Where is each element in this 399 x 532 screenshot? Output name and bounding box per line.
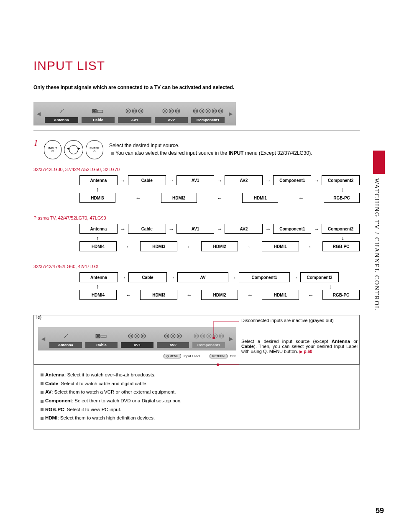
example-label: ie) [36,315,41,320]
arrow-down-icon: ↓ [341,186,344,193]
cable-icon: ◙▭ [85,330,118,342]
list-item: RGB-PC: Select it to view PC input. [41,405,353,414]
flow-box: HDMI4 [79,290,117,300]
component-icon: ⊚⊚⊚⊚⊚ [191,105,225,117]
arrow-left-icon: ← [240,243,259,250]
page-title: INPUT LIST [33,59,360,73]
input-bar: ◀ ⟋ Antenna ◙▭ Cable ⊚⊚⊚ AV1 ⊚⊚⊚ AV2 ⊚⊚⊚… [38,327,236,350]
step-row: 1 INPUT ⊡ ENTER ⊙ Select the desired inp… [33,140,360,159]
antenna-icon: ⟋ [45,105,78,117]
arrow-left-icon: ← [119,243,138,250]
arrow-right-icon: → [314,177,319,184]
return-label: Exit [230,354,235,358]
flow-box: HDMI2 [201,241,238,251]
step-number: 1 [33,138,38,148]
flow-box: RGB-PC [324,193,360,203]
qmenu-button: Q.MENU [164,354,181,358]
input-label: AV1 [118,117,151,123]
scroll-left-icon: ◀ [41,336,46,342]
flow-box: HDMI4 [79,241,117,251]
flow-box: RGB-PC [322,241,360,251]
av-icon: ⊚⊚⊚ [118,105,151,117]
flow-box: Component1 [239,272,290,282]
arrow-right-icon: → [169,226,174,232]
flow-box: HDMI1 [242,193,278,203]
input-item: ⊚⊚⊚ AV2 [155,105,188,123]
bullet-icon [41,417,43,420]
description-list: Antenna: Select it to watch over-the-air… [33,365,360,430]
callout-text: Disconnected inputs are inactive (grayed… [241,318,358,323]
flow-box: AV2 [225,175,263,185]
input-bar: ◀ ⟋ Antenna ◙▭ Cable ⊚⊚⊚ AV1 ⊚⊚⊚ AV2 ⊚⊚⊚… [33,102,236,125]
flow-box: HDMI2 [201,290,238,300]
input-item: ◙▭ Cable [82,105,115,123]
bullet-icon [41,400,43,403]
av-icon: ⊚⊚⊚ [121,330,153,342]
remote-dpad [64,140,83,159]
section-color-bar [373,151,385,174]
input-item: ◙▭ Cable [85,330,118,348]
flow-diagram: Antenna→ Cable→ AV1→ AV2→ Component1→ Co… [33,175,360,208]
arrow-right-icon: → [120,177,125,184]
flow-box: Cable [128,175,166,185]
legend-buttons: Q.MENU Input Label RETURN Exit [164,354,355,358]
remote-enter-button: ENTER ⊙ [86,140,103,159]
arrow-right-icon: → [265,226,271,232]
step-text: Select the desired input source. You can… [109,140,312,157]
flow-box: Component2 [322,175,360,185]
arrow-right-icon: → [120,226,125,232]
input-item: ⊚⊚⊚ AV1 [121,330,153,348]
av-icon: ⊚⊚⊚ [157,330,189,342]
side-tab: WATCHING TV / CHANNEL CONTROL [373,151,385,311]
arrow-left-icon: ← [240,292,259,298]
intro-text: Only these input signals which are conne… [33,84,360,90]
input-label: Antenna [49,342,82,348]
arrow-left-icon: ← [180,292,198,298]
arrow-right-icon: → [169,177,174,184]
scroll-right-icon: ▶ [228,336,234,342]
flow-box: HDMI1 [262,241,299,251]
model-heading: 32/37/42LG30, 37/42/47/52LG50, 32LG70 [33,167,360,172]
flow-box: Component1 [273,224,311,234]
cable-icon: ◙▭ [82,105,115,117]
input-label: Cable [85,342,118,348]
flow-box: AV2 [225,224,263,234]
qmenu-label: Input Label [184,354,200,358]
flow-box: AV1 [176,175,215,185]
arrow-down-icon: ↓ [329,283,332,290]
scroll-left-icon: ◀ [36,111,41,117]
input-label: AV2 [157,342,189,348]
flow-box: Component2 [300,272,339,282]
page-number: 59 [376,506,384,515]
callout-text: Select a desired input source (except An… [241,339,358,354]
arrow-left-icon: ← [119,292,138,298]
list-item: HDMI: Select them to watch high definiti… [41,414,353,422]
flow-box: Antenna [79,272,118,282]
step-note: You can also select the desired input so… [109,149,312,157]
flow-box: Cable [128,224,166,234]
flow-box: Component2 [322,224,360,234]
arrow-left-icon: ← [118,195,159,201]
input-label: Cable [82,117,115,123]
scroll-right-icon: ▶ [228,111,233,117]
arrow-left-icon: ← [302,243,320,250]
step-line: Select the desired input source. [109,142,312,149]
arrow-right-icon: → [217,226,222,232]
antenna-icon: ⟋ [49,330,82,342]
remote-input-button: INPUT ⊡ [44,140,61,159]
input-label: Component1 [192,342,225,348]
flow-box: Antenna [79,224,118,234]
av-icon: ⊚⊚⊚ [155,105,188,117]
flow-box: HDMI3 [79,193,115,203]
input-item-inactive: ⊚⊚⊚⊚⊚ Component1 [192,330,225,348]
input-item: ⊚⊚⊚ AV2 [157,330,189,348]
flow-box: Antenna [79,175,118,185]
list-item: AV: Select them to watch a VCR or other … [41,388,353,396]
bullet-icon [41,373,43,376]
arrow-right-icon: → [217,177,222,184]
flow-box: Component1 [273,175,311,185]
model-heading: 32/37/42/47/52LG60, 42/47LGX [33,264,360,269]
page-ref: ▶ p.60 [299,349,312,354]
enter-dot-icon: ⊙ [93,150,96,153]
arrow-right-icon: → [314,226,319,232]
